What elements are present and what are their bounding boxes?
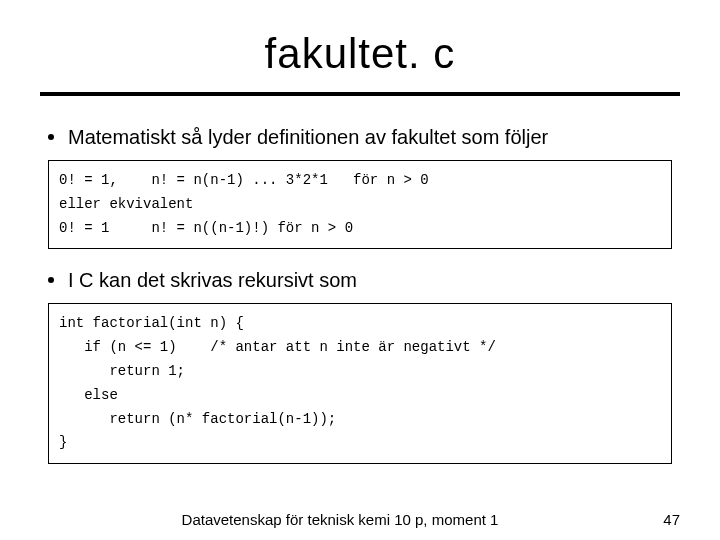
codebox-math: 0! = 1, n! = n(n-1) ... 3*2*1 för n > 0 … (48, 160, 672, 249)
code-line: eller ekvivalent (59, 196, 193, 212)
bullet-dot-icon (48, 134, 54, 140)
slide: fakultet. c Matematiskt så lyder definit… (0, 0, 720, 540)
bullet-1: Matematiskt så lyder definitionen av fak… (48, 124, 680, 150)
code-line: return 1; (59, 363, 185, 379)
bullet-text: Matematiskt så lyder definitionen av fak… (68, 124, 548, 150)
codebox-c: int factorial(int n) { if (n <= 1) /* an… (48, 303, 672, 464)
code-line: 0! = 1, n! = n(n-1) ... 3*2*1 för n > 0 (59, 172, 429, 188)
bullet-2: I C kan det skrivas rekursivt som (48, 267, 680, 293)
code-line: 0! = 1 n! = n((n-1)!) för n > 0 (59, 220, 353, 236)
code-line: if (n <= 1) /* antar att n inte är negat… (59, 339, 496, 355)
title-rule (40, 92, 680, 96)
bullet-text: I C kan det skrivas rekursivt som (68, 267, 357, 293)
code-line: return (n* factorial(n-1)); (59, 411, 336, 427)
code-line: int factorial(int n) { (59, 315, 244, 331)
code-line: } (59, 434, 67, 450)
page-number: 47 (640, 511, 680, 528)
footer: Datavetenskap för teknisk kemi 10 p, mom… (0, 511, 720, 528)
code-line: else (59, 387, 118, 403)
page-title: fakultet. c (40, 30, 680, 78)
bullet-dot-icon (48, 277, 54, 283)
footer-text: Datavetenskap för teknisk kemi 10 p, mom… (40, 511, 640, 528)
